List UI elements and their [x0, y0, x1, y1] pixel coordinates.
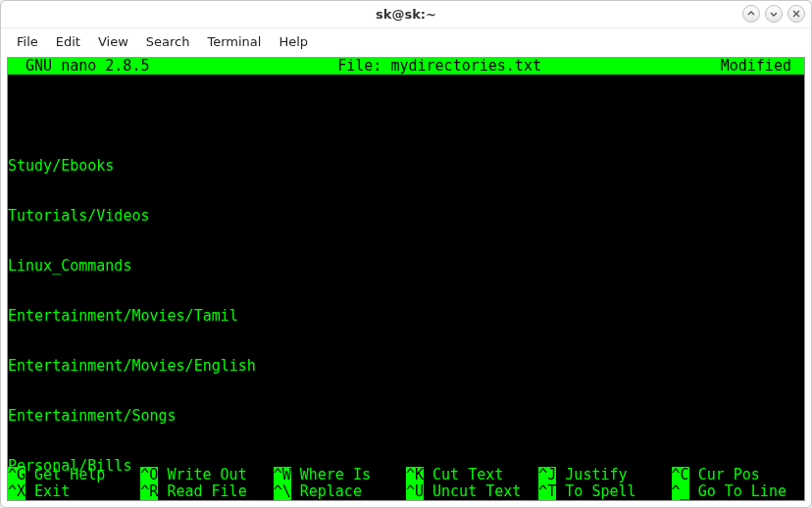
nano-help: ^G Get Help ^O Write Out ^W Where Is ^K … [8, 467, 804, 500]
editor-line: Entertainment/Movies/English [8, 358, 804, 375]
help-write-out: ^O Write Out [140, 467, 273, 483]
help-where-is: ^W Where Is [274, 467, 406, 483]
menu-edit[interactable]: Edit [48, 31, 88, 52]
editor-line: Entertainment/Movies/Tamil [8, 308, 804, 325]
help-go-to-line: ^_ Go To Line [672, 483, 804, 500]
close-button[interactable] [787, 5, 805, 23]
help-row: ^X Exit ^R Read File ^\ Replace ^U Uncut… [8, 483, 804, 500]
menubar: File Edit View Search Terminal Help [1, 28, 811, 54]
help-to-spell: ^T To Spell [538, 483, 671, 500]
menu-help[interactable]: Help [271, 31, 316, 52]
nano-version: GNU nano 2.8.5 [8, 58, 159, 75]
help-row: ^G Get Help ^O Write Out ^W Where Is ^K … [8, 467, 804, 483]
menu-file[interactable]: File [9, 31, 46, 52]
menu-terminal[interactable]: Terminal [199, 31, 269, 52]
window-title: sk@sk:~ [376, 7, 436, 22]
titlebar-buttons [742, 5, 805, 23]
help-read-file: ^R Read File [140, 483, 273, 500]
maximize-button[interactable] [765, 5, 783, 23]
help-get-help: ^G Get Help [8, 467, 140, 483]
help-cur-pos: ^C Cur Pos [672, 467, 804, 483]
editor-line: Linux_Commands [8, 258, 804, 275]
editor-line: Entertainment/Songs [8, 408, 804, 425]
terminal-window: sk@sk:~ File Edit View Search Terminal H… [0, 0, 812, 508]
help-replace: ^\ Replace [274, 483, 406, 500]
nano-titlebar: GNU nano 2.8.5 File: mydirectories.txt M… [8, 58, 804, 75]
help-uncut-text: ^U Uncut Text [406, 483, 538, 500]
minimize-button[interactable] [742, 5, 760, 23]
editor-line: Tutorials/Videos [8, 208, 804, 225]
help-cut-text: ^K Cut Text [406, 467, 538, 483]
editor-line: Study/Ebooks [8, 158, 804, 175]
terminal-area[interactable]: GNU nano 2.8.5 File: mydirectories.txt M… [7, 57, 805, 501]
menu-search[interactable]: Search [138, 31, 198, 52]
nano-editor-body[interactable]: Study/Ebooks Tutorials/Videos Linux_Comm… [8, 75, 804, 501]
editor-line [8, 108, 804, 125]
nano-filename: File: mydirectories.txt [159, 58, 721, 75]
help-exit: ^X Exit [8, 483, 140, 500]
help-justify: ^J Justify [538, 467, 671, 483]
titlebar: sk@sk:~ [1, 1, 811, 28]
menu-view[interactable]: View [90, 31, 136, 52]
nano-modified: Modified [721, 58, 804, 75]
